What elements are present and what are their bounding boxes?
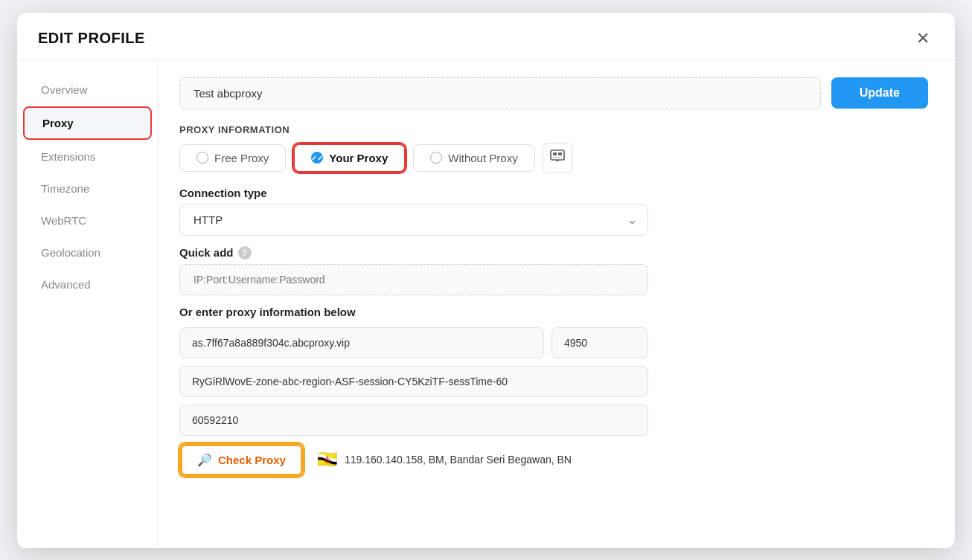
quick-add-text: Quick add [179, 246, 234, 259]
proxy-tabs: Free Proxy ✓ Your Proxy Without Proxy [179, 143, 928, 173]
close-button[interactable]: ✕ [912, 29, 934, 48]
top-bar: Update [179, 77, 928, 109]
edit-profile-modal: EDIT PROFILE ✕ Overview Proxy Extensions… [17, 13, 955, 548]
connection-type-group: Connection type HTTP HTTPS SOCKS4 SOCKS5… [179, 187, 928, 236]
update-button[interactable]: Update [831, 77, 928, 109]
tab-without-proxy[interactable]: Without Proxy [413, 144, 534, 172]
sidebar-item-webrtc[interactable]: WebRTC [23, 205, 152, 236]
tab-your-proxy[interactable]: ✓ Your Proxy [293, 144, 406, 173]
tab-free-proxy[interactable]: Free Proxy [179, 144, 286, 172]
connection-type-select-wrapper: HTTP HTTPS SOCKS4 SOCKS5 ⌄ [179, 204, 648, 236]
svg-rect-0 [551, 150, 564, 160]
profile-name-input[interactable] [179, 77, 821, 109]
sidebar-item-extensions[interactable]: Extensions [23, 141, 152, 172]
sidebar: Overview Proxy Extensions Timezone WebRT… [17, 61, 159, 548]
proxy-information-section: PROXY INFORMATION Free Proxy ✓ Your Prox… [179, 124, 928, 477]
quick-add-group: Quick add ? [179, 246, 928, 306]
modal-body: Overview Proxy Extensions Timezone WebRT… [17, 61, 955, 548]
sidebar-item-advanced[interactable]: Advanced [23, 269, 152, 300]
or-enter-label: Or enter proxy information below [179, 306, 928, 318]
check-proxy-icon: 🔎 [197, 453, 212, 467]
main-content: Update PROXY INFORMATION Free Proxy ✓ Yo… [159, 61, 955, 548]
check-proxy-row: 🔎 Check Proxy 🇧🇳 119.160.140.158, BM, Ba… [179, 443, 928, 477]
without-proxy-label: Without Proxy [448, 152, 517, 164]
sidebar-item-geolocation[interactable]: Geolocation [23, 237, 152, 268]
proxy-username-input[interactable] [179, 366, 648, 397]
your-proxy-radio[interactable]: ✓ [311, 152, 323, 164]
screen-icon-button[interactable] [543, 143, 572, 173]
sidebar-item-overview[interactable]: Overview [23, 74, 152, 105]
proxy-section-label: PROXY INFORMATION [179, 124, 928, 135]
quick-add-label: Quick add ? [179, 246, 928, 260]
proxy-port-input[interactable] [551, 327, 648, 358]
your-proxy-label: Your Proxy [329, 152, 388, 164]
proxy-fields [179, 327, 648, 436]
svg-rect-3 [553, 157, 562, 158]
proxy-host-input[interactable] [179, 327, 544, 358]
modal-title: EDIT PROFILE [38, 30, 145, 47]
free-proxy-radio[interactable] [196, 152, 208, 164]
without-proxy-radio[interactable] [430, 152, 442, 164]
connection-type-label: Connection type [179, 187, 928, 199]
svg-rect-1 [553, 152, 557, 155]
help-icon[interactable]: ? [238, 246, 252, 260]
svg-rect-2 [558, 152, 562, 155]
connection-type-select[interactable]: HTTP HTTPS SOCKS4 SOCKS5 [179, 204, 648, 236]
sidebar-item-timezone[interactable]: Timezone [23, 173, 152, 204]
modal-header: EDIT PROFILE ✕ [17, 13, 955, 61]
proxy-result: 🇧🇳 119.160.140.158, BM, Bandar Seri Bega… [317, 450, 572, 469]
proxy-result-text: 119.160.140.158, BM, Bandar Seri Begawan… [345, 454, 572, 466]
sidebar-item-proxy[interactable]: Proxy [23, 106, 152, 140]
svg-rect-4 [556, 160, 559, 161]
host-port-row [179, 327, 648, 358]
flag-icon: 🇧🇳 [317, 450, 337, 469]
proxy-password-input[interactable] [179, 405, 648, 436]
check-proxy-label: Check Proxy [218, 454, 286, 466]
quick-add-input[interactable] [179, 264, 648, 295]
free-proxy-label: Free Proxy [214, 152, 269, 164]
check-proxy-button[interactable]: 🔎 Check Proxy [179, 443, 304, 477]
